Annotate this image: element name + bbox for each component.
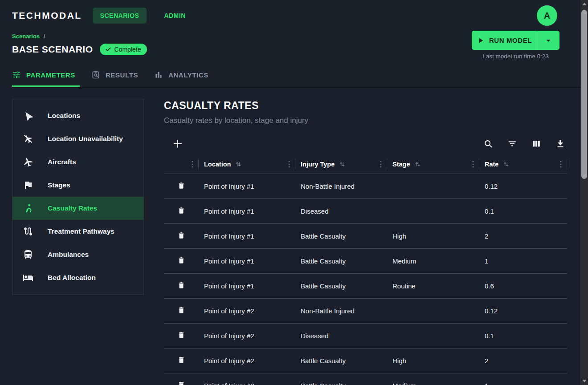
- app-logo: TECHMODAL: [12, 10, 82, 21]
- cell-rate: 0.6: [479, 273, 567, 298]
- cell-stage: [387, 199, 479, 223]
- cell-injury-type: Battle Casualty: [295, 273, 387, 298]
- bus-icon: [23, 249, 33, 260]
- run-model-dropdown[interactable]: [537, 31, 559, 50]
- tab-parameters-label: PARAMETERS: [26, 71, 75, 79]
- table-row: Point of Injury #1 Diseased 0.1: [164, 199, 567, 223]
- scrollbar-up-arrow[interactable]: [580, 0, 588, 8]
- sidebar-item-label: Stages: [48, 181, 70, 189]
- sidebar-item-aircrafts[interactable]: Aircrafts: [12, 150, 143, 174]
- delete-row-button[interactable]: [175, 203, 188, 219]
- sort-icon[interactable]: [235, 161, 242, 168]
- cell-stage: High: [387, 223, 479, 248]
- cell-injury-type: Battle Casualty: [295, 348, 387, 373]
- column-menu-icon[interactable]: [558, 160, 564, 168]
- clipboard-search-icon: [91, 70, 100, 79]
- download-button[interactable]: [554, 137, 567, 150]
- tab-results-label: RESULTS: [106, 71, 138, 79]
- column-menu-icon[interactable]: [378, 160, 384, 168]
- column-label: Injury Type: [301, 161, 335, 168]
- column-resize-handle[interactable]: [387, 159, 387, 170]
- cell-rate: 0.12: [479, 298, 567, 323]
- nav-item-scenarios[interactable]: SCENARIOS: [93, 8, 147, 24]
- delete-row-button[interactable]: [175, 328, 188, 344]
- sidebar-item-label: Casualty Rates: [48, 204, 97, 212]
- column-resize-handle[interactable]: [295, 159, 295, 170]
- sidebar-item-ambulances[interactable]: Ambulances: [12, 243, 143, 266]
- delete-row-button[interactable]: [175, 178, 188, 194]
- sidebar-item-locations[interactable]: Locations: [12, 104, 143, 127]
- column-resize-handle[interactable]: [198, 159, 199, 170]
- cell-rate: 0.1: [479, 323, 567, 348]
- content: Locations Location Unavailability Aircra…: [0, 88, 580, 385]
- cell-location: Point of Injury #2: [199, 323, 295, 348]
- sort-icon[interactable]: [502, 161, 510, 168]
- route-icon: [23, 226, 33, 237]
- column-menu-icon[interactable]: [189, 160, 196, 168]
- sidebar-item-casualty-rates[interactable]: Casualty Rates: [12, 197, 143, 220]
- add-row-button[interactable]: [171, 137, 185, 151]
- column-label: Location: [204, 161, 231, 168]
- run-model-button[interactable]: RUN MODEL: [472, 31, 559, 50]
- column-header-location[interactable]: Location: [199, 155, 295, 174]
- cell-location: Point of Injury #2: [199, 298, 295, 323]
- cell-rate: 2: [479, 223, 567, 248]
- column-menu-icon[interactable]: [286, 160, 292, 168]
- cell-rate: 0.12: [479, 174, 567, 199]
- download-icon: [555, 139, 565, 149]
- column-header-injury-type[interactable]: Injury Type: [295, 155, 387, 174]
- delete-row-button[interactable]: [175, 303, 188, 319]
- columns-icon: [531, 139, 541, 149]
- top-navigation: TECHMODAL SCENARIOS ADMIN: [12, 0, 580, 31]
- column-header-rate[interactable]: Rate: [479, 155, 567, 174]
- last-run-time: Last model run time 0:23: [472, 53, 559, 60]
- toolbar-right: [482, 137, 567, 150]
- table-row: Point of Injury #1 Battle Casualty High …: [164, 223, 567, 248]
- delete-row-button[interactable]: [175, 253, 188, 269]
- play-icon: [477, 36, 485, 45]
- columns-button[interactable]: [530, 137, 543, 150]
- tab-analytics[interactable]: ANALYTICS: [154, 65, 213, 87]
- breadcrumb-scenarios-link[interactable]: Scenarios: [12, 33, 40, 40]
- column-label: Stage: [392, 161, 410, 168]
- tab-results[interactable]: RESULTS: [91, 65, 143, 87]
- delete-row-button[interactable]: [175, 378, 188, 385]
- sort-icon[interactable]: [339, 161, 346, 168]
- cell-injury-type: Battle Casualty: [295, 373, 387, 385]
- sidebar-item-location-unavailability[interactable]: Location Unavailability: [12, 127, 143, 150]
- sidebar-item-treatment-pathways[interactable]: Treatment Pathways: [12, 220, 143, 243]
- cell-location: Point of Injury #1: [199, 223, 295, 248]
- column-resize-handle[interactable]: [479, 159, 479, 170]
- add-icon: [172, 138, 183, 149]
- tab-parameters[interactable]: PARAMETERS: [12, 65, 80, 87]
- user-avatar[interactable]: A: [537, 5, 557, 26]
- column-header-stage[interactable]: Stage: [387, 155, 479, 174]
- status-badge: Complete: [100, 44, 147, 55]
- app-page: TECHMODAL SCENARIOS ADMIN A Scenarios / …: [0, 0, 580, 385]
- column-label: Rate: [485, 161, 498, 168]
- cell-rate: 1: [479, 248, 567, 273]
- cell-injury-type: Battle Casualty: [295, 248, 387, 273]
- scrollbar-down-arrow[interactable]: [580, 377, 588, 385]
- flight-off-icon: [23, 134, 33, 144]
- sort-icon[interactable]: [414, 161, 421, 168]
- run-model-label: RUN MODEL: [489, 36, 532, 44]
- section-subtitle: Casualty rates by location, stage and in…: [164, 116, 567, 125]
- delete-row-button[interactable]: [175, 278, 188, 294]
- main-panel: CASUALTY RATES Casualty rates by locatio…: [164, 99, 567, 385]
- vertical-scrollbar[interactable]: [580, 0, 588, 385]
- nav-item-admin[interactable]: ADMIN: [156, 8, 193, 24]
- sidebar-item-stages[interactable]: Stages: [12, 174, 143, 197]
- column-menu-icon[interactable]: [470, 160, 476, 168]
- cell-location: Point of Injury #1: [199, 273, 295, 298]
- status-badge-label: Complete: [114, 46, 141, 53]
- sidebar-item-bed-allocation[interactable]: Bed Allocation: [12, 266, 143, 289]
- search-button[interactable]: [482, 137, 495, 150]
- table-row: Point of Injury #2 Battle Casualty High …: [164, 348, 567, 373]
- scrollbar-thumb[interactable]: [581, 10, 587, 179]
- delete-row-button[interactable]: [175, 353, 188, 369]
- filter-button[interactable]: [506, 137, 519, 150]
- sidebar-item-label: Locations: [48, 112, 80, 120]
- column-resize-handle[interactable]: [567, 159, 567, 170]
- delete-row-button[interactable]: [175, 228, 188, 244]
